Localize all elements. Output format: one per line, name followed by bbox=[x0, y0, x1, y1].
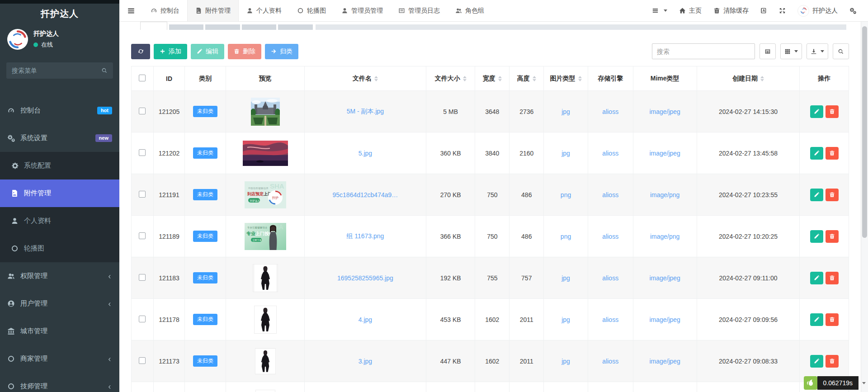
mimetype-link[interactable]: image/png bbox=[650, 191, 679, 198]
sidebar-item-system-settings[interactable]: 系统设置 new bbox=[0, 124, 119, 152]
menu-search-input[interactable] bbox=[12, 67, 101, 74]
storage-link[interactable]: alioss bbox=[602, 358, 618, 365]
imagetype-link[interactable]: jpg bbox=[561, 150, 570, 157]
col-height[interactable]: 高度 bbox=[509, 66, 544, 91]
add-button[interactable]: 添加 bbox=[154, 44, 187, 59]
storage-link[interactable]: alioss bbox=[602, 191, 618, 198]
preview-image[interactable]: SHA专业/正规/健康/安全专业上门按摩立即下单 bbox=[226, 223, 304, 250]
columns-dropdown-button[interactable] bbox=[780, 43, 802, 59]
tab-carousel[interactable]: 轮播图 bbox=[289, 0, 334, 21]
preview-image[interactable] bbox=[226, 264, 304, 292]
export-dropdown-button[interactable] bbox=[807, 43, 828, 59]
row-delete-button[interactable] bbox=[826, 105, 839, 118]
home-button[interactable]: 主页 bbox=[679, 7, 702, 15]
hidden-tab[interactable] bbox=[205, 24, 240, 30]
storage-link[interactable]: alioss bbox=[602, 150, 618, 157]
row-checkbox[interactable] bbox=[139, 316, 146, 322]
row-checkbox[interactable] bbox=[139, 108, 146, 114]
tab-role-group[interactable]: 角色组 bbox=[448, 0, 492, 21]
sidebar-item-system-config[interactable]: 系统配置 bbox=[0, 152, 119, 179]
tab-list-dropdown[interactable] bbox=[652, 7, 667, 14]
filename-link[interactable]: 3.jpg bbox=[359, 358, 372, 365]
row-edit-button[interactable] bbox=[810, 313, 823, 326]
row-delete-button[interactable] bbox=[826, 355, 839, 368]
refresh-button[interactable] bbox=[131, 44, 150, 59]
hidden-tab[interactable] bbox=[278, 24, 313, 30]
clear-cache-button[interactable]: 清除缓存 bbox=[713, 7, 749, 15]
preview-image[interactable] bbox=[226, 306, 304, 334]
settings-button[interactable] bbox=[849, 7, 856, 14]
sidebar-item-merchant-management[interactable]: 商家管理 bbox=[0, 345, 119, 373]
trace-toggle[interactable]: 0.062719s bbox=[804, 376, 866, 390]
preview-image[interactable] bbox=[226, 348, 304, 374]
row-edit-button[interactable] bbox=[810, 272, 823, 284]
imagetype-link[interactable]: png bbox=[561, 191, 571, 198]
sidebar-item-attachments[interactable]: 附件管理 bbox=[0, 179, 119, 207]
filename-link[interactable]: 组 11673.png bbox=[346, 232, 384, 240]
tab-admin-management[interactable]: 管理员管理 bbox=[334, 0, 391, 21]
search-button[interactable] bbox=[833, 43, 849, 59]
imagetype-link[interactable]: jpg bbox=[561, 316, 570, 323]
sidebar-toggle-button[interactable] bbox=[119, 0, 143, 21]
delete-button[interactable]: 删除 bbox=[228, 44, 261, 59]
filename-link[interactable]: 1695258255965.jpg bbox=[337, 274, 393, 282]
tab-profile[interactable]: 个人资料 bbox=[239, 0, 289, 21]
row-edit-button[interactable] bbox=[810, 147, 823, 160]
row-checkbox[interactable] bbox=[139, 357, 146, 364]
col-filename[interactable]: 文件名 bbox=[304, 66, 426, 91]
classify-button[interactable]: 归类 bbox=[265, 44, 298, 59]
filename-link[interactable]: 5.jpg bbox=[359, 150, 372, 157]
row-delete-button[interactable] bbox=[826, 230, 839, 243]
sidebar-item-dashboard[interactable]: 控制台 hot bbox=[0, 97, 119, 124]
col-width[interactable]: 宽度 bbox=[475, 66, 509, 91]
sidebar-item-carousel[interactable]: 轮播图 bbox=[0, 235, 119, 262]
sidebar-item-technician-management[interactable]: 技师管理 bbox=[0, 373, 119, 392]
col-imagetype[interactable]: 图片类型 bbox=[544, 66, 588, 91]
tab-admin-log[interactable]: 管理员日志 bbox=[391, 0, 448, 21]
category-badge[interactable]: 未归类 bbox=[193, 189, 217, 200]
hidden-tab[interactable] bbox=[242, 24, 276, 30]
filename-link[interactable]: 5M - 副本.jpg bbox=[347, 108, 384, 115]
filename-link[interactable]: 4.jpg bbox=[359, 316, 372, 323]
category-badge[interactable]: 未归类 bbox=[193, 231, 217, 242]
row-checkbox[interactable] bbox=[139, 191, 146, 198]
row-edit-button[interactable] bbox=[810, 355, 823, 368]
profile-menu[interactable]: 扦护达人 bbox=[797, 5, 838, 17]
preview-image[interactable] bbox=[226, 390, 304, 392]
sidebar-item-profile[interactable]: 个人资料 bbox=[0, 207, 119, 235]
imagetype-link[interactable]: png bbox=[561, 233, 571, 240]
menu-search[interactable] bbox=[6, 62, 113, 79]
scrollbar-thumb[interactable] bbox=[862, 26, 867, 238]
storage-link[interactable]: alioss bbox=[602, 274, 618, 282]
avatar[interactable] bbox=[7, 29, 28, 50]
storage-link[interactable]: alioss bbox=[602, 108, 618, 115]
mimetype-link[interactable]: image/jpeg bbox=[649, 274, 680, 282]
filename-link[interactable]: 95c1864d12cb474a9… bbox=[333, 191, 398, 198]
category-badge[interactable]: 未归类 bbox=[193, 106, 217, 117]
category-badge[interactable]: 未归类 bbox=[193, 147, 217, 159]
imagetype-link[interactable]: jpg bbox=[561, 358, 570, 365]
table-search-input[interactable] bbox=[652, 43, 755, 59]
fullscreen-button[interactable] bbox=[779, 7, 786, 14]
row-delete-button[interactable] bbox=[826, 272, 839, 284]
mimetype-link[interactable]: image/jpeg bbox=[649, 358, 680, 365]
tab-attachments[interactable]: 附件管理 bbox=[187, 0, 239, 21]
imagetype-link[interactable]: jpg bbox=[561, 274, 570, 282]
row-checkbox[interactable] bbox=[139, 274, 146, 281]
mimetype-link[interactable]: image/png bbox=[650, 233, 679, 240]
row-delete-button[interactable] bbox=[826, 147, 839, 160]
sidebar-item-city-management[interactable]: 城市管理 bbox=[0, 317, 119, 345]
row-edit-button[interactable] bbox=[810, 105, 823, 118]
common-search-toggle-button[interactable] bbox=[760, 43, 776, 59]
category-badge[interactable]: 未归类 bbox=[193, 314, 217, 325]
category-badge[interactable]: 未归类 bbox=[193, 272, 217, 283]
row-delete-button[interactable] bbox=[826, 313, 839, 326]
hidden-tab-active[interactable] bbox=[140, 22, 167, 30]
mimetype-link[interactable]: image/jpeg bbox=[649, 150, 680, 157]
language-button[interactable] bbox=[760, 7, 767, 14]
storage-link[interactable]: alioss bbox=[602, 233, 618, 240]
category-badge[interactable]: 未归类 bbox=[193, 355, 217, 367]
storage-link[interactable]: alioss bbox=[602, 316, 618, 323]
select-all-checkbox[interactable] bbox=[139, 75, 146, 81]
hidden-tab[interactable] bbox=[169, 24, 203, 30]
